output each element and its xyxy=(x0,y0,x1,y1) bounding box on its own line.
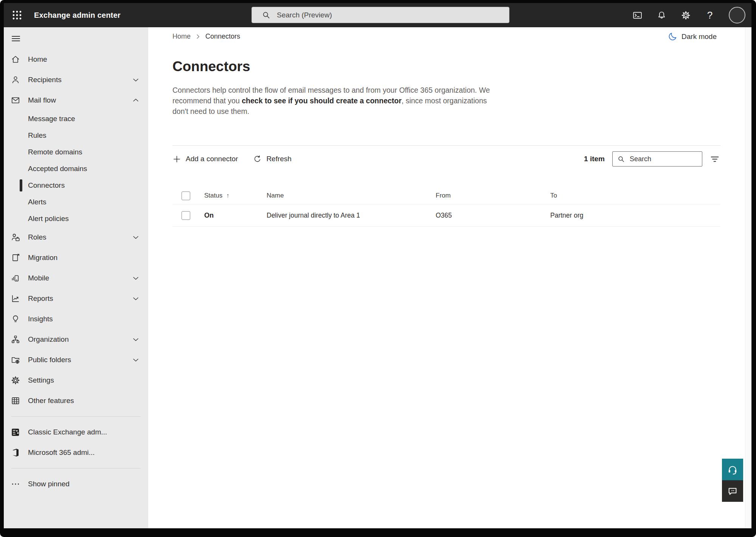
page-content: Home Connectors Connectors Connectors he… xyxy=(172,27,720,227)
global-search-input[interactable] xyxy=(276,11,504,20)
home-icon xyxy=(11,54,20,64)
sidebar-item-microsoft-365-admi[interactable]: Microsoft 365 admi... xyxy=(4,442,148,463)
app-screen: Exchange admin center xyxy=(4,3,751,528)
app-body: HomeRecipientsMail flowMessage traceRule… xyxy=(4,27,751,528)
sidebar-item-other-features[interactable]: Other features xyxy=(4,391,148,411)
list-toolbar: Add a connector Refresh 1 item xyxy=(172,145,720,172)
refresh-label: Refresh xyxy=(266,155,292,163)
insights-icon xyxy=(11,314,20,324)
sidebar-item-label: Migration xyxy=(28,254,57,262)
sidebar-item-show-pinned[interactable]: Show pinned xyxy=(4,474,148,494)
breadcrumb: Home Connectors xyxy=(172,32,720,41)
sidebar-item-message-trace[interactable]: Message trace xyxy=(4,111,148,127)
sidebar-item-mail-flow[interactable]: Mail flow xyxy=(4,90,148,111)
terminal-icon[interactable] xyxy=(632,10,643,20)
column-header-from[interactable]: From xyxy=(436,192,550,199)
sidebar-item-public-folders[interactable]: Public folders xyxy=(4,350,148,370)
sidebar-item-label: Insights xyxy=(28,315,53,323)
row-name-cell[interactable]: Deliver journal directly to Area 1 xyxy=(267,212,436,219)
sidebar-item-organization[interactable]: Organization xyxy=(4,329,148,350)
global-search[interactable] xyxy=(251,7,509,23)
table-row[interactable]: On Deliver journal directly to Area 1 O3… xyxy=(172,204,720,227)
chevron-right-icon xyxy=(195,34,201,39)
row-select-cell xyxy=(172,211,204,220)
bell-icon[interactable] xyxy=(656,10,667,20)
sidebar-item-home[interactable]: Home xyxy=(4,49,148,70)
plus-icon xyxy=(172,155,181,163)
create-connector-link[interactable]: check to see if you should create a conn… xyxy=(242,97,402,105)
add-connector-button[interactable]: Add a connector xyxy=(172,155,238,163)
chat-icon xyxy=(727,486,738,497)
sidebar-item-label: Recipients xyxy=(28,76,62,84)
floating-buttons xyxy=(722,459,743,502)
headset-icon xyxy=(727,464,738,475)
app-launcher-icon[interactable] xyxy=(11,9,23,21)
help-icon[interactable]: ? xyxy=(705,10,715,20)
sidebar-item-label: Mail flow xyxy=(28,96,56,104)
sidebar-item-label: Home xyxy=(28,55,47,64)
sidebar-item-classic-exchange-adm[interactable]: Classic Exchange adm... xyxy=(4,422,148,442)
select-all-checkbox[interactable] xyxy=(182,191,190,200)
sidebar-item-label: Remote domains xyxy=(28,148,82,156)
row-status-cell: On xyxy=(204,212,267,219)
gear-icon[interactable] xyxy=(680,10,691,20)
sidebar-item-label: Connectors xyxy=(28,181,65,190)
sidebar-item-rules[interactable]: Rules xyxy=(4,127,148,144)
refresh-icon xyxy=(253,155,262,163)
support-button[interactable] xyxy=(722,459,743,480)
main-area: Dark mode Home Connectors Connectors Con… xyxy=(148,27,751,528)
chevron-down-icon xyxy=(132,335,140,344)
sidebar-item-label: Organization xyxy=(28,335,69,344)
ellipsis-icon xyxy=(11,479,20,489)
refresh-button[interactable]: Refresh xyxy=(253,155,292,163)
add-connector-label: Add a connector xyxy=(186,155,238,163)
sidebar-item-accepted-domains[interactable]: Accepted domains xyxy=(4,160,148,177)
sidebar-item-label: Rules xyxy=(28,131,47,140)
item-count: 1 item xyxy=(584,155,605,163)
column-header-name[interactable]: Name xyxy=(267,192,436,199)
organization-icon xyxy=(11,335,20,344)
sidebar-item-label: Alerts xyxy=(28,198,47,206)
chevron-up-icon xyxy=(132,96,140,104)
sidebar-item-remote-domains[interactable]: Remote domains xyxy=(4,144,148,160)
person-icon xyxy=(11,75,20,85)
hamburger-icon[interactable] xyxy=(11,33,21,44)
sidebar-item-insights[interactable]: Insights xyxy=(4,309,148,329)
row-checkbox[interactable] xyxy=(182,211,190,220)
connectors-table: Status ↑ Name From To On xyxy=(172,187,720,227)
column-header-to[interactable]: To xyxy=(550,192,720,199)
sidebar-item-alerts[interactable]: Alerts xyxy=(4,194,148,210)
microsoft-365-icon xyxy=(11,448,20,458)
classic-exchange-icon xyxy=(11,427,20,437)
status-value: On xyxy=(204,212,214,219)
page-description: Connectors help control the flow of emai… xyxy=(172,85,497,117)
sidebar-item-label: Message trace xyxy=(28,115,75,123)
row-from-cell: O365 xyxy=(436,212,550,219)
sidebar-item-label: Reports xyxy=(28,294,53,303)
column-header-status[interactable]: Status ↑ xyxy=(204,192,267,199)
sidebar-item-label: Roles xyxy=(28,233,47,241)
list-search[interactable] xyxy=(612,151,702,167)
breadcrumb-home[interactable]: Home xyxy=(172,33,191,40)
sidebar-item-settings[interactable]: Settings xyxy=(4,370,148,391)
sidebar-item-reports[interactable]: Reports xyxy=(4,288,148,309)
filter-icon[interactable] xyxy=(709,153,720,165)
sidebar-item-mobile[interactable]: Mobile xyxy=(4,268,148,288)
list-search-input[interactable] xyxy=(629,155,702,163)
select-all-cell xyxy=(172,191,204,200)
sidebar-item-connectors[interactable]: Connectors xyxy=(4,177,148,194)
account-avatar[interactable] xyxy=(729,7,745,23)
migration-icon xyxy=(11,253,20,263)
feedback-button[interactable] xyxy=(722,480,743,502)
sidebar: HomeRecipientsMail flowMessage traceRule… xyxy=(4,27,148,528)
scrollbar[interactable] xyxy=(745,27,751,528)
sidebar-item-label: Accepted domains xyxy=(28,165,87,173)
mobile-icon xyxy=(11,273,20,283)
topbar-icons: ? xyxy=(632,3,745,27)
sidebar-item-recipients[interactable]: Recipients xyxy=(4,70,148,90)
sidebar-item-alert-policies[interactable]: Alert policies xyxy=(4,210,148,227)
sidebar-item-migration[interactable]: Migration xyxy=(4,247,148,268)
search-icon xyxy=(617,155,625,163)
sidebar-item-roles[interactable]: Roles xyxy=(4,227,148,247)
sidebar-nav: HomeRecipientsMail flowMessage traceRule… xyxy=(4,49,148,494)
